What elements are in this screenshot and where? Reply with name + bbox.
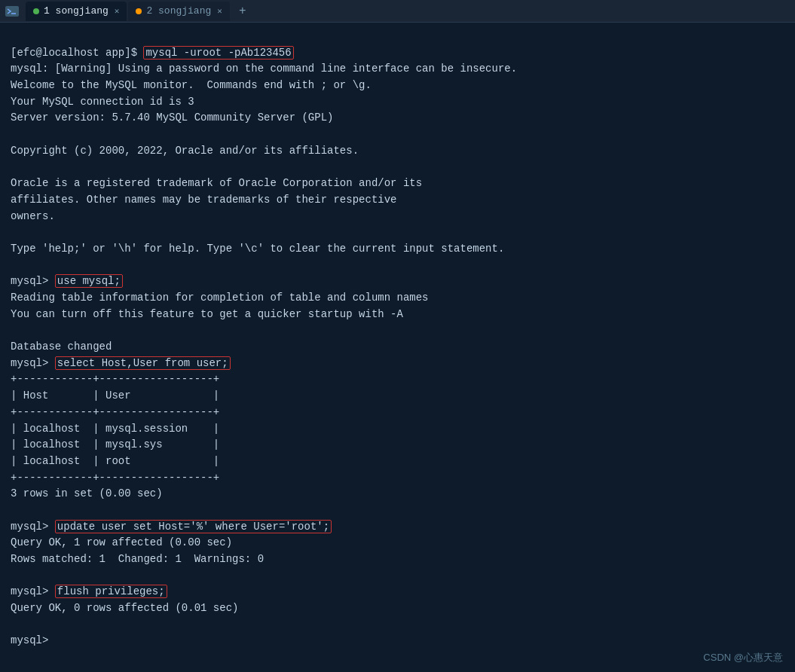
command-1: mysql -uroot -pAb123456: [143, 46, 293, 60]
terminal-content: [efc@localhost app]$ mysql -uroot -pAb12…: [0, 23, 795, 655]
prompt-5: mysql>: [11, 585, 48, 597]
query-ok-1: Query OK, 1 row affected (0.00 sec): [11, 536, 232, 548]
terminal-icon: [3, 2, 21, 20]
tab-2-label: 2 songjiang: [146, 5, 211, 17]
turnoff-line: You can turn off this feature to get a q…: [11, 308, 403, 320]
oracle-line3: owners.: [11, 210, 55, 222]
oracle-line1: Oracle is a registered trademark of Orac…: [11, 177, 422, 189]
conn-id-line: Your MySQL connection id is 3: [11, 96, 194, 108]
new-tab-button[interactable]: +: [234, 3, 251, 20]
tab-2-close[interactable]: ✕: [217, 6, 222, 16]
svg-rect-0: [5, 6, 19, 17]
query-ok-2: Query OK, 0 rows affected (0.01 sec): [11, 602, 238, 614]
tab-1-dot: [33, 8, 39, 14]
tab-2-songjiang[interactable]: 2 songjiang ✕: [128, 2, 229, 21]
welcome-line: Welcome to the MySQL monitor. Commands e…: [11, 79, 372, 91]
reading-line: Reading table information for completion…: [11, 292, 429, 304]
tab-2-dot: [136, 8, 142, 14]
tab-1-label: 1 songjiang: [44, 5, 109, 17]
table-border-3: +------------+------------------+: [11, 472, 219, 484]
version-line: Server version: 5.7.40 MySQL Community S…: [11, 111, 333, 124]
oracle-line2: affiliates. Other names may be trademark…: [11, 194, 396, 206]
prompt-4: mysql>: [11, 521, 48, 533]
table-border-2: +------------+------------------+: [11, 406, 219, 418]
rows-matched: Rows matched: 1 Changed: 1 Warnings: 0: [11, 553, 264, 565]
prompt-3: mysql>: [11, 357, 48, 369]
command-5: flush privileges;: [55, 585, 167, 598]
table-row-2: | localhost | mysql.sys |: [11, 438, 219, 451]
table-row-3: | localhost | root |: [11, 455, 219, 467]
table-header: | Host | User |: [11, 389, 219, 402]
warning-line: mysql: [Warning] Using a password on the…: [11, 63, 517, 75]
rows-in-set: 3 rows in set (0.00 sec): [11, 487, 163, 499]
prompt-2: mysql>: [11, 275, 48, 287]
command-2: use mysql;: [55, 274, 123, 288]
tab-1-close[interactable]: ✕: [115, 6, 120, 16]
watermark: CSDN @心惠天意: [703, 651, 783, 664]
table-row-1: | localhost | mysql.session |: [11, 423, 219, 435]
command-3: select Host,User from user;: [55, 356, 231, 370]
table-border-1: +------------+------------------+: [11, 373, 219, 385]
copyright-line: Copyright (c) 2000, 2022, Oracle and/or …: [11, 145, 359, 157]
db-changed: Database changed: [11, 341, 112, 353]
prompt-1: [efc@localhost app]$: [11, 47, 137, 59]
tab-bar: 1 songjiang ✕ 2 songjiang ✕ +: [0, 0, 795, 23]
help-line: Type 'help;' or '\h' for help. Type '\c'…: [11, 243, 504, 255]
prompt-6: mysql>: [11, 634, 48, 646]
tab-1-songjiang[interactable]: 1 songjiang ✕: [26, 2, 127, 21]
command-4: update user set Host='%' where User='roo…: [55, 520, 332, 533]
